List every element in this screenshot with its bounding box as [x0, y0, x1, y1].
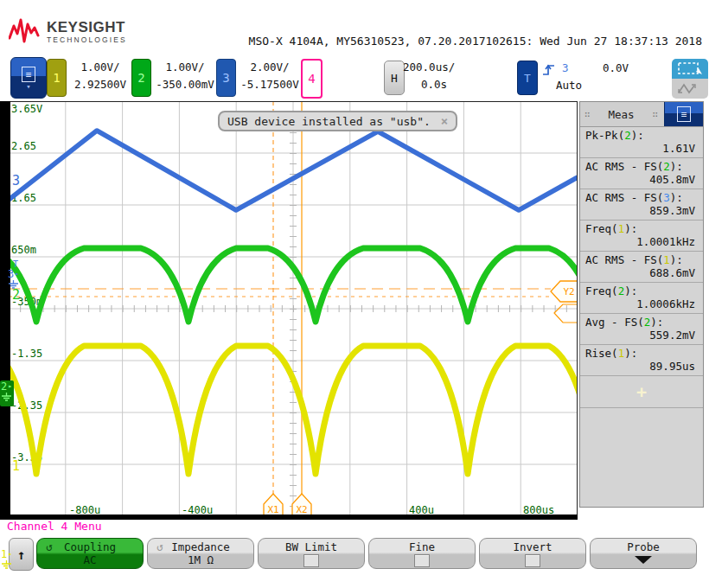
main-menu-button[interactable]: ≡ ▾	[10, 57, 47, 99]
menu-list-icon: ≡	[22, 67, 35, 82]
meas-panel-title: Meas	[595, 108, 648, 121]
softkey-probe[interactable]: Probe	[590, 538, 697, 569]
measurement-value: 1.0001kHz	[585, 235, 698, 248]
softkey-label: Fine	[409, 540, 435, 553]
channel2-ground-marker[interactable]: 2▸	[0, 380, 14, 406]
trigger-edge-rising-icon	[541, 62, 557, 78]
horizontal-badge[interactable]: H	[384, 61, 405, 95]
ground-icon	[8, 280, 19, 291]
measurement-value: 1.0006kHz	[585, 297, 698, 310]
cycle-arrow-icon: ↺	[46, 540, 53, 553]
softkey-label: Impedance	[171, 540, 230, 553]
channel-3-settings: 2.00V/-5.17500V	[235, 59, 304, 93]
measurements-panel: ∷ Meas ∷ ≡ Pk-Pk(2):1.61VAC RMS - FS(2):…	[579, 101, 704, 508]
softkey-label: Invert	[513, 540, 552, 553]
checkbox-unchecked[interactable]	[303, 554, 319, 567]
brand-subname: TECHNOLOGIES	[47, 36, 127, 44]
measurement-item[interactable]: Freq(1):1.0001kHz	[580, 220, 703, 252]
channel-1-badge[interactable]: 1	[47, 59, 67, 97]
softkey-coupling[interactable]: ↺CouplingAC	[36, 538, 144, 569]
measurement-item[interactable]: Freq(2):1.0006kHz	[580, 283, 703, 314]
zoom-select-button[interactable]	[672, 59, 708, 79]
add-measurement-button[interactable]: +	[580, 376, 703, 408]
cycle-arrow-icon: ↺	[156, 540, 163, 553]
trigger-badge[interactable]: T	[517, 61, 538, 95]
measurement-label: AC RMS - FS(2):	[585, 160, 698, 173]
left-channel-bar	[0, 101, 9, 516]
oscilloscope-screen: KEYSIGHT TECHNOLOGIES MSO-X 4104A, MY563…	[0, 0, 709, 588]
measurement-value: 859.3mV	[585, 204, 698, 217]
measurement-label: Pk-Pk(2):	[585, 129, 698, 142]
channel-3-badge[interactable]: 3	[216, 59, 236, 97]
softkey-invert[interactable]: Invert	[479, 538, 586, 569]
measurement-item[interactable]: AC RMS - FS(2):405.8mV	[580, 158, 703, 189]
y-axis-label: 2.65	[11, 140, 36, 152]
softkey-value: 1M Ω	[148, 553, 253, 567]
selection-rectangle-icon	[675, 61, 705, 77]
toast-message: USB device installed as "usb".	[227, 115, 431, 128]
measurement-value: 688.6mV	[585, 266, 698, 279]
drag-grip-icon[interactable]: ∷	[580, 109, 595, 120]
timebase-delay: 0.0s	[403, 78, 465, 91]
keysight-spark-icon	[9, 17, 42, 47]
measurement-label: AC RMS - FS(1):	[585, 253, 698, 266]
channel-4-badge[interactable]: 4	[301, 59, 323, 99]
softkey-label: Probe	[627, 540, 660, 553]
timebase-scale: 200.0us/	[403, 61, 455, 74]
measurement-item[interactable]: Avg - FS(2):559.2mV	[580, 314, 703, 345]
softkey-label: Coupling	[64, 540, 116, 553]
waveform-drag-button[interactable]	[672, 79, 708, 99]
y-axis-label: 650m	[11, 244, 36, 256]
measurement-item[interactable]: AC RMS - FS(1):688.6mV	[580, 252, 703, 283]
drag-grip-icon[interactable]: ∷	[648, 109, 662, 120]
back-button[interactable]: ↑	[9, 538, 34, 571]
arrow-down-icon	[635, 556, 652, 564]
channel-2-badge[interactable]: 2	[131, 59, 151, 97]
measurement-item[interactable]: Rise(1):89.95us	[580, 345, 703, 376]
y-axis-label: -1.35	[11, 348, 42, 360]
arrow-up-icon: ↑	[17, 546, 26, 563]
ground-icon	[1, 393, 12, 403]
waveform-arrows-icon	[675, 80, 705, 97]
status-line: MSO-X 4104A, MY56310523, 07.20.201710261…	[249, 35, 702, 48]
measurement-value: 1.61V	[585, 142, 698, 155]
brand-name: KEYSIGHT	[47, 20, 127, 35]
measurement-label: Freq(1):	[585, 222, 698, 235]
channel-1-settings: 1.00V/2.92500V	[66, 59, 135, 93]
trigger-level: 0.0V	[603, 61, 629, 74]
trigger-source: 3	[562, 61, 569, 74]
trigger-mode: Auto	[543, 79, 595, 92]
meas-menu-button[interactable]: ≡	[664, 102, 703, 126]
channel-reference-label: 1	[12, 458, 20, 474]
softkey-label: BW Limit	[285, 540, 337, 553]
close-icon[interactable]: ×	[441, 114, 448, 128]
measurement-label: Avg - FS(2):	[585, 316, 698, 329]
measurement-item[interactable]: AC RMS - FS(3):859.3mV	[580, 189, 703, 220]
waveform-display-area: 3.65V2.651.65650m-350m-1.35-2.35-3.35-80…	[0, 101, 709, 525]
y-axis-label: 3.65V	[11, 103, 42, 115]
caret-down-icon: ▾	[26, 85, 30, 89]
menu-list-icon: ≡	[677, 106, 691, 122]
measurement-label: Freq(2):	[585, 284, 698, 297]
measurement-label: Rise(1):	[585, 347, 698, 360]
ground-icon	[1, 560, 12, 571]
keysight-logo: KEYSIGHT TECHNOLOGIES	[9, 17, 127, 47]
softkey-menu-title: Channel 4 Menu	[7, 520, 102, 533]
channel-2-settings: 1.00V/-350.00mV	[150, 59, 220, 93]
measurement-value: 559.2mV	[585, 329, 698, 342]
checkbox-unchecked[interactable]	[525, 554, 540, 567]
softkey-fine[interactable]: Fine	[368, 538, 476, 569]
measurement-label: AC RMS - FS(3):	[585, 191, 698, 204]
channel-reference-label: 3	[12, 173, 20, 189]
usb-toast: USB device installed as "usb". ×	[218, 111, 457, 131]
graticule-plot[interactable]: 3.65V2.651.65650m-350m-1.35-2.35-3.35-80…	[9, 101, 578, 516]
trigger-level-marker[interactable]: T 3▸	[8, 260, 19, 293]
softkey-bw-limit[interactable]: BW Limit	[258, 538, 365, 569]
measurement-item[interactable]: Pk-Pk(2):1.61V	[580, 127, 703, 158]
softkey-impedance[interactable]: ↺Impedance1M Ω	[147, 538, 254, 569]
channel1-ground-marker[interactable]: 1▸	[1, 549, 12, 573]
checkbox-unchecked[interactable]	[414, 554, 430, 567]
softkey-value: AC	[37, 553, 143, 567]
cursor-flag-label: Y2	[563, 286, 574, 297]
measurement-value: 405.8mV	[585, 173, 698, 186]
